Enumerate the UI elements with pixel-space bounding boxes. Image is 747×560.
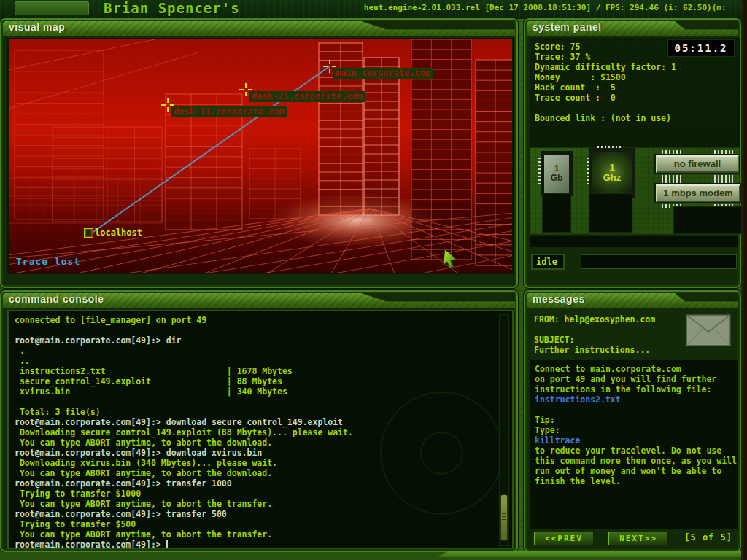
visual-map-panel: visual map main.corporate.comdesk-25.cor… — [0, 18, 518, 288]
system-stats-text: Score: 75Trace: 37 %Dynamic difficulty f… — [535, 42, 676, 123]
system-stat-line — [535, 103, 676, 113]
from-label: FROM: — [534, 314, 560, 324]
chip-pins — [662, 150, 681, 154]
message-from-line: FROM: help@exosyphen.com — [534, 314, 655, 324]
messages-panel: messages FROM: help@exosyphen.com SUBJEC… — [524, 290, 741, 552]
message-subject-value: Further instructions... — [534, 345, 650, 355]
message-body-line: instructions in the following file: — [535, 384, 738, 394]
console-prompt-line: root@main.corporate.com[49]:> download s… — [15, 417, 353, 427]
console-output: connected to [file_manager] on port 49 r… — [15, 315, 353, 549]
system-stat-line: Dynamic difficulty factor: 1 — [535, 62, 676, 72]
right-edge-decoration — [741, 0, 747, 560]
message-body-line: killtrace — [535, 435, 738, 446]
cpu-chip: 1 Ghz — [590, 149, 634, 196]
console-output-line: secure_control_149.exploit | 88 Mbytes — [15, 376, 353, 386]
system-display-bar — [530, 235, 738, 248]
system-panel-title: system panel — [533, 21, 602, 33]
console-scrollbar[interactable] — [499, 314, 509, 546]
scrollbar-thumb[interactable] — [500, 494, 508, 541]
console-output-line: . — [15, 346, 353, 356]
map-node-label: localhost — [95, 228, 142, 238]
console-prompt-line: root@main.corporate.com[49]:> transfer 5… — [15, 509, 353, 519]
system-stats-box: Score: 75Trace: 37 %Dynamic difficulty f… — [530, 38, 740, 147]
message-body-line: this command more then once, as you will — [535, 456, 738, 466]
system-stat-line: Trace: 37 % — [535, 52, 676, 62]
system-stat-line: Trace count : 0 — [535, 93, 676, 103]
map-viewport[interactable]: main.corporate.comdesk-25.corporate.comd… — [7, 38, 514, 274]
system-stat-line: Money : $1500 — [535, 72, 676, 82]
message-nav: <<PREV NEXT>> [5 of 5] — [525, 532, 740, 546]
console-output-line: connected to [file_manager] on port 49 — [15, 315, 353, 325]
console-terminal[interactable]: connected to [file_manager] on port 49 r… — [7, 310, 514, 549]
hardware-slot-empty — [542, 193, 571, 233]
cpu-value: 1 — [609, 163, 614, 173]
from-value: help@exosyphen.com — [565, 314, 656, 324]
system-stat-line: Bounced link : (not in use) — [535, 113, 676, 123]
console-output-line: Downloading secure_control_149.exploit (… — [15, 427, 353, 438]
next-message-button[interactable]: NEXT>> — [608, 532, 668, 545]
command-console-panel: command console connected to [file_manag… — [0, 290, 518, 552]
activity-progress-bar — [581, 254, 737, 269]
trace-status-text: Trace lost — [16, 256, 80, 267]
chip-pins — [662, 175, 681, 179]
prev-message-button[interactable]: <<PREV — [534, 532, 594, 545]
activity-status: idle — [531, 254, 565, 270]
console-output-line: You can type ABORT anytime, to abort the… — [15, 499, 353, 509]
hardware-slot-empty — [673, 206, 742, 234]
message-body: Connect to main.corporate.comon port 49 … — [530, 359, 738, 530]
system-panel: system panel Score: 75Trace: 37 %Dynamic… — [524, 18, 741, 288]
console-output-line: Trying to transfer $1000 — [15, 489, 353, 499]
map-node-localhost[interactable]: localhost — [84, 228, 142, 238]
memory-chip: 1 Gb — [542, 152, 571, 195]
message-body-line: Connect to main.corporate.com — [535, 364, 738, 374]
chip-pins — [714, 150, 733, 154]
map-node-desk25[interactable]: desk-25.corporate.com — [249, 91, 365, 102]
message-body-line: on port 49 and you will find further — [535, 374, 738, 384]
message-body-line: Tip: — [535, 415, 738, 425]
memory-unit: Gb — [551, 174, 563, 183]
console-prompt-line: root@main.corporate.com[49]:> dir — [15, 335, 353, 346]
map-node-main[interactable]: main.corporate.com — [333, 68, 433, 79]
console-output-line: You can type ABORT anytime, to abort the… — [15, 529, 353, 540]
console-cursor — [166, 540, 168, 548]
console-output-line: Total: 3 file(s) — [15, 407, 353, 417]
engine-info-text: heut.engine-2.01.033.rel [Dec 17 2008.18… — [364, 3, 746, 12]
firewall-status: no firewall — [656, 155, 739, 173]
modem-status: 1 mbps modem — [656, 184, 740, 202]
message-body-line — [535, 405, 738, 415]
console-output-line — [15, 397, 353, 407]
console-output-line: xvirus.bin | 340 Mbytes — [15, 386, 353, 397]
console-prompt-line: root@main.corporate.com[49]:> download x… — [15, 448, 353, 458]
top-status-bar: Brian Spencer's heut.engine-2.01.033.rel… — [0, 0, 747, 19]
console-output-line: .. — [15, 356, 353, 366]
cpu-unit: Ghz — [603, 173, 622, 183]
console-output-line: You can type ABORT anytime, to abort the… — [15, 438, 353, 448]
bottom-decoration-band — [438, 551, 741, 557]
topbar-decoration — [15, 1, 89, 15]
console-output-line: Downloading xvirus.bin (340 Mbytes)... p… — [15, 458, 353, 468]
message-body-line: Type: — [535, 425, 738, 435]
system-stat-line: Hack count : 5 — [535, 82, 676, 93]
visual-map-title: visual map — [9, 21, 65, 33]
localhost-icon — [84, 228, 93, 238]
wireframe-city-art — [9, 39, 514, 274]
message-body-line: run out of money and won't be able to — [535, 466, 738, 476]
message-page-indicator: [5 of 5] — [684, 532, 732, 542]
visual-map-header — [3, 21, 515, 36]
message-body-line: finish the level. — [535, 476, 738, 486]
envelope-icon — [686, 314, 731, 346]
message-meta: FROM: help@exosyphen.com SUBJECT: Furthe… — [530, 310, 738, 357]
console-output-line: instructions2.txt | 1678 Mbytes — [15, 366, 353, 376]
console-prompt-line: root@main.corporate.com[49]:> — [15, 540, 353, 549]
console-output-line: Trying to transfer $500 — [15, 519, 353, 529]
chip-pins — [714, 175, 733, 179]
chip-pins — [714, 179, 733, 183]
map-node-desk11[interactable]: desk-11.corporate.com — [171, 106, 287, 117]
message-subject-label: SUBJECT: — [534, 335, 574, 345]
mission-timer: 05:11.2 — [667, 39, 735, 57]
system-stat-line: Score: 75 — [535, 42, 676, 52]
console-output-line: You can type ABORT anytime, to abort the… — [15, 468, 353, 478]
messages-title: messages — [533, 293, 585, 305]
console-output-line — [15, 325, 353, 335]
message-body-line: instructions2.txt — [535, 394, 738, 405]
